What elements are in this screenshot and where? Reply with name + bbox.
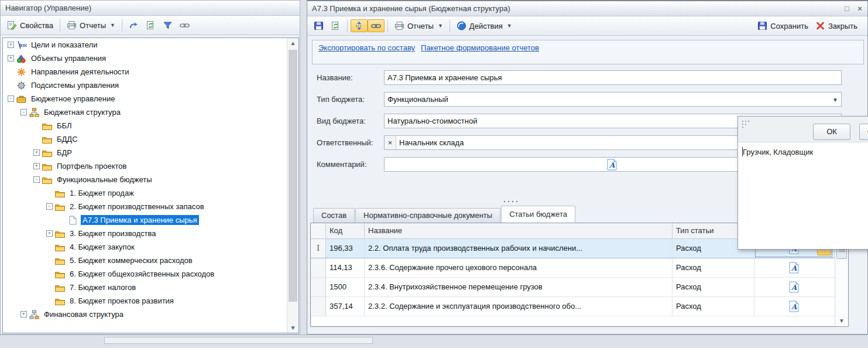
tree-scrollbar-thumb[interactable] (289, 50, 297, 302)
collapse-icon[interactable]: - (8, 95, 14, 102)
cell-name[interactable]: 2.3.6. Содержание прочего цехового персо… (365, 258, 673, 277)
expand-icon[interactable]: + (8, 55, 14, 62)
properties-button[interactable]: Свойства (4, 19, 57, 32)
expand-icon[interactable]: + (8, 42, 14, 48)
table-row[interactable]: 114,132.3.6. Содержание прочего цехового… (311, 258, 848, 278)
scroll-down-icon[interactable]: ▼ (835, 318, 848, 324)
refresh-button[interactable] (142, 19, 159, 32)
field-input[interactable]: Функциональный▼ (384, 92, 842, 107)
tree-item[interactable]: +Объекты управления (3, 52, 299, 65)
tree-item[interactable]: Направления деятельности (3, 65, 299, 79)
tab-budget-items[interactable]: Статьи бюджета (501, 206, 575, 223)
save-icon-button[interactable] (310, 19, 327, 32)
tree-scrollbar[interactable]: ▲ ▼ (287, 38, 299, 333)
editor-reports-button[interactable]: Отчеты ▼ (391, 19, 447, 32)
tree-item[interactable]: 1. Бюджет продаж (3, 186, 299, 200)
row-selector[interactable] (311, 258, 326, 277)
table-row[interactable]: 15002.3.4. Внутрихозяйственное перемещен… (311, 278, 848, 297)
scroll-down-icon[interactable]: ▼ (287, 323, 299, 333)
tree-item[interactable]: +Финансовая структура (3, 308, 299, 321)
collapse-icon[interactable]: - (46, 203, 53, 210)
cell-code[interactable]: 114,13 (326, 258, 365, 277)
field-input[interactable]: А7.3 Приемка и хранение сырья (384, 70, 842, 85)
horizontal-scrollbar[interactable] (104, 337, 373, 344)
go-to-button[interactable] (125, 19, 142, 32)
close-button[interactable]: Закрыть (812, 19, 861, 32)
tree-item[interactable]: +БДР (3, 146, 299, 159)
drag-grip-icon[interactable] (742, 121, 743, 122)
tree-item[interactable]: 8. Бюджет проектов развития (3, 294, 299, 308)
tree-item[interactable]: 4. Бюджет закупок (3, 240, 299, 254)
cell-code[interactable]: 1500 (326, 278, 365, 296)
cell-memo[interactable]: A (754, 297, 833, 316)
memo-editor-icon[interactable]: A (789, 281, 799, 293)
close-window-button[interactable]: × (855, 1, 865, 16)
cell-memo[interactable]: A (754, 258, 833, 277)
clear-icon[interactable]: × (385, 136, 396, 149)
filter-button[interactable] (159, 19, 176, 32)
tree-item[interactable]: БДДС (3, 132, 299, 146)
cell-name[interactable]: 2.2. Оплата труда производственных рабоч… (365, 239, 673, 258)
column-header[interactable]: Код (326, 223, 365, 238)
actions-button[interactable]: Действия ▼ (453, 19, 516, 32)
expand-icon[interactable]: + (33, 163, 40, 169)
cell-memo[interactable]: A (754, 278, 833, 296)
cell-code[interactable]: 357,14 (326, 297, 365, 316)
collapse-icon[interactable]: - (33, 176, 40, 183)
ok-button[interactable]: ОК (813, 124, 850, 140)
tree-item[interactable]: Подсистемы управления (3, 79, 299, 92)
expand-icon[interactable]: + (33, 149, 40, 156)
row-edit-indicator[interactable]: I (311, 239, 326, 258)
tree-item[interactable]: -Бюджетная структура (3, 105, 299, 119)
nav-reports-button[interactable]: Отчеты ▼ (63, 19, 119, 32)
tree-item[interactable]: -Функциональные бюджеты (3, 173, 299, 186)
expand-icon[interactable]: + (20, 311, 27, 318)
cell-name[interactable]: 2.3.2. Содержание и эксплуатация произво… (365, 297, 673, 316)
memo-text-area[interactable]: Грузчик, Кладовщик (738, 142, 868, 162)
memo-editor-icon[interactable]: A (607, 159, 617, 170)
memo-editor-icon[interactable]: A (789, 301, 799, 312)
tab-sostav[interactable]: Состав (313, 208, 355, 223)
tree-item-label: 2. Бюджет производственных запасов (68, 202, 206, 211)
cancel-button[interactable]: О (859, 124, 868, 140)
link-button[interactable] (176, 19, 193, 32)
split-view-button[interactable] (351, 19, 368, 32)
tree-item[interactable]: 5. Бюджет коммерческих расходов (3, 254, 299, 267)
column-header[interactable] (311, 223, 326, 238)
refresh-button[interactable] (327, 19, 344, 32)
hyperlink-1[interactable]: Пакетное формирование отчетов (421, 43, 539, 52)
row-selector[interactable] (311, 297, 326, 316)
tree-item[interactable]: -2. Бюджет производственных запасов (3, 200, 299, 213)
tree-list: +BSCЦели и показатели+Объекты управления… (3, 38, 299, 321)
cell-type[interactable]: Расход (673, 278, 754, 296)
expand-icon[interactable]: + (46, 230, 53, 237)
cell-type[interactable]: Расход (673, 297, 754, 316)
row-selector[interactable] (311, 278, 326, 296)
cell-code[interactable]: 196,33 (326, 239, 365, 258)
tree-item[interactable]: +3. Бюджет производства (3, 227, 299, 240)
tree-item[interactable]: ББЛ (3, 119, 299, 132)
tree-item[interactable]: -Бюджетное управление (3, 92, 299, 105)
maximize-button[interactable]: □ (842, 1, 852, 16)
toolbar-separator (122, 19, 122, 32)
chevron-down-icon[interactable]: ▼ (832, 97, 838, 103)
column-header[interactable]: Название (365, 223, 673, 238)
cell-type[interactable]: Расход (673, 258, 754, 277)
table-row[interactable]: 357,142.3.2. Содержание и эксплуатация п… (311, 297, 848, 316)
hyperlink-0[interactable]: Экспортировать по составу (318, 43, 415, 52)
collapse-icon[interactable]: - (20, 109, 27, 115)
splitter-handle[interactable] (504, 200, 522, 203)
toolbar-separator (60, 19, 60, 32)
cell-name[interactable]: 2.3.4. Внутрихозяйственное перемещение г… (365, 278, 673, 296)
tree-item[interactable]: А7.3 Приемка и хранение сырья (3, 213, 299, 227)
tree-item[interactable]: +BSCЦели и показатели (3, 38, 299, 52)
save-button[interactable]: Сохранить (754, 19, 812, 32)
tree-item[interactable]: +Портфель проектов (3, 159, 299, 173)
grid-scrollbar[interactable]: ▼ (835, 239, 848, 326)
tree-item[interactable]: 6. Бюджет общехозяйственных расходов (3, 267, 299, 281)
link-mode-button[interactable] (368, 19, 385, 32)
tree-item[interactable]: 7. Бюджет налогов (3, 281, 299, 294)
memo-editor-icon[interactable]: A (789, 262, 799, 274)
tab-documents[interactable]: Нормативно-справочные документы (355, 208, 500, 223)
scroll-up-icon[interactable]: ▲ (287, 38, 299, 48)
